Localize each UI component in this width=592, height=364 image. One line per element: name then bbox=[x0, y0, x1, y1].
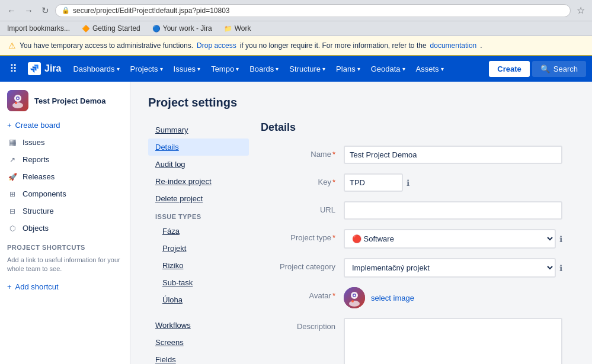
chevron-down-icon: ▾ bbox=[357, 66, 360, 72]
nav-dashboards-label: Dashboards bbox=[73, 65, 114, 73]
back-button[interactable]: ← bbox=[5, 4, 18, 17]
jira-logo-text: Jira bbox=[44, 63, 61, 74]
settings-nav-screens[interactable]: Screens bbox=[148, 334, 249, 351]
nav-structure-label: Structure bbox=[289, 65, 321, 73]
nav-issues[interactable]: Issues ▾ bbox=[169, 61, 206, 77]
sidebar-item-structure[interactable]: ⊟ Structure bbox=[0, 202, 130, 220]
avatar-label: Avatar bbox=[261, 287, 344, 300]
content-area: Project settings Summary Details Audit l… bbox=[130, 82, 592, 364]
nav-dashboards[interactable]: Dashboards ▾ bbox=[68, 61, 124, 77]
apps-button[interactable]: ⠿ bbox=[6, 59, 21, 79]
components-icon: ⊞ bbox=[7, 190, 18, 198]
create-board-button[interactable]: + Create board bbox=[0, 117, 130, 133]
issue-type-projekt[interactable]: Projekt bbox=[148, 240, 249, 257]
plus-icon: + bbox=[7, 121, 12, 130]
url-control bbox=[344, 201, 562, 220]
warning-banner: ⚠ You have temporary access to administr… bbox=[0, 36, 592, 56]
bookmark-your-work[interactable]: 🔵 Your work - Jira bbox=[150, 23, 215, 34]
chevron-down-icon: ▾ bbox=[322, 66, 325, 72]
warning-text-before: You have temporary access to administrat… bbox=[20, 41, 193, 50]
description-area: ⤡ ? bbox=[344, 318, 562, 364]
project-category-label: Project category bbox=[261, 258, 344, 271]
issue-type-faza[interactable]: Fáza bbox=[148, 223, 249, 240]
project-category-select[interactable]: Implementačný projekt None bbox=[344, 258, 556, 278]
sidebar-item-label: Reports bbox=[23, 155, 50, 164]
url-label: URL bbox=[261, 201, 344, 214]
plus-icon: + bbox=[7, 282, 12, 291]
create-button[interactable]: Create bbox=[489, 61, 529, 77]
project-category-info-icon[interactable]: ℹ bbox=[559, 263, 562, 273]
select-image-link[interactable]: select image bbox=[371, 294, 414, 302]
svg-point-5 bbox=[15, 102, 17, 104]
key-label: Key bbox=[261, 173, 344, 186]
name-input[interactable] bbox=[344, 146, 562, 164]
add-shortcut-button[interactable]: + Add shortcut bbox=[0, 279, 130, 295]
project-type-label: Project type bbox=[261, 229, 344, 242]
nav-boards[interactable]: Boards ▾ bbox=[245, 61, 283, 77]
settings-nav-fields[interactable]: Fields bbox=[148, 351, 249, 364]
warning-icon: ⚠ bbox=[8, 41, 16, 50]
key-input-wrap: ℹ bbox=[344, 173, 562, 192]
sidebar-item-issues[interactable]: ▦ Issues bbox=[0, 133, 130, 151]
bookmark-label: Import bookmarks... bbox=[7, 24, 70, 33]
nav-geodata[interactable]: Geodata ▾ bbox=[366, 61, 410, 77]
drop-access-link[interactable]: Drop access bbox=[197, 41, 236, 50]
refresh-button[interactable]: ↻ bbox=[39, 4, 52, 17]
jira-logo[interactable]: Jira bbox=[23, 60, 66, 78]
create-board-label: Create board bbox=[15, 121, 60, 130]
avatar-preview bbox=[344, 287, 365, 308]
settings-nav-details[interactable]: Details bbox=[148, 138, 249, 156]
bookmark-star[interactable]: ☆ bbox=[574, 4, 587, 17]
description-field-row: Description ⤡ ? bbox=[261, 318, 562, 364]
sidebar-item-releases[interactable]: 🚀 Releases bbox=[0, 168, 130, 185]
nav-plans[interactable]: Plans ▾ bbox=[331, 61, 365, 77]
bookmark-getting-started[interactable]: 🔶 Getting Started bbox=[79, 23, 143, 34]
bookmarks-bar: Import bookmarks... 🔶 Getting Started 🔵 … bbox=[0, 21, 592, 36]
url-text: secure/project/EditProject!default.jspa?… bbox=[73, 7, 230, 15]
issue-type-riziko[interactable]: Riziko bbox=[148, 257, 249, 274]
issue-type-subtask[interactable]: Sub-task bbox=[148, 274, 249, 291]
settings-nav-reindex[interactable]: Re-index project bbox=[148, 173, 249, 190]
nav-tempo-label: Tempo bbox=[211, 65, 234, 73]
svg-point-11 bbox=[351, 300, 354, 302]
svg-point-10 bbox=[349, 301, 360, 307]
settings-nav-workflows[interactable]: Workflows bbox=[148, 317, 249, 334]
description-input[interactable] bbox=[345, 319, 561, 364]
key-info-icon[interactable]: ℹ bbox=[407, 178, 409, 188]
nav-structure[interactable]: Structure ▾ bbox=[284, 61, 330, 77]
nav-projects-label: Projects bbox=[130, 65, 158, 73]
nav-geodata-label: Geodata bbox=[371, 65, 401, 73]
url-bar[interactable]: 🔒 secure/project/EditProject!default.jsp… bbox=[55, 4, 571, 17]
page-title: Project settings bbox=[148, 96, 574, 109]
bookmark-work[interactable]: 📁 Work bbox=[222, 23, 254, 34]
sidebar-item-label: Objects bbox=[23, 224, 49, 233]
project-type-info-icon[interactable]: ℹ bbox=[559, 234, 562, 244]
project-type-select[interactable]: 🔴 Software Business Service management bbox=[344, 229, 556, 249]
bookmark-icon: 📁 bbox=[224, 25, 232, 33]
sidebar-project-header: Test Project Demoa bbox=[0, 82, 130, 117]
chevron-down-icon: ▾ bbox=[117, 66, 120, 72]
key-input[interactable] bbox=[344, 173, 403, 192]
documentation-link[interactable]: documentation bbox=[430, 41, 477, 50]
settings-nav-audit-log[interactable]: Audit log bbox=[148, 156, 249, 173]
forward-button[interactable]: → bbox=[22, 4, 36, 17]
bookmark-label: Your work - Jira bbox=[163, 24, 212, 33]
settings-nav-summary[interactable]: Summary bbox=[148, 121, 249, 138]
key-control: ℹ bbox=[344, 173, 562, 192]
lock-icon: 🔒 bbox=[62, 7, 70, 14]
nav-projects[interactable]: Projects ▾ bbox=[126, 61, 168, 77]
sidebar-item-objects[interactable]: ⬡ Objects bbox=[0, 220, 130, 237]
chevron-down-icon: ▾ bbox=[276, 66, 279, 72]
nav-assets[interactable]: Assets ▾ bbox=[411, 61, 449, 77]
bookmark-import[interactable]: Import bookmarks... bbox=[5, 23, 72, 34]
bookmark-label: Work bbox=[235, 24, 251, 33]
nav-tempo[interactable]: Tempo ▾ bbox=[206, 61, 244, 77]
search-button[interactable]: 🔍 Search bbox=[532, 61, 586, 77]
sidebar-item-components[interactable]: ⊞ Components bbox=[0, 185, 130, 202]
sidebar-item-reports[interactable]: ↗ Reports bbox=[0, 151, 130, 168]
issue-type-uloha[interactable]: Úloha bbox=[148, 291, 249, 308]
settings-nav-delete[interactable]: Delete project bbox=[148, 190, 249, 207]
name-label: Name bbox=[261, 146, 344, 159]
url-input[interactable] bbox=[344, 201, 562, 220]
key-field-row: Key ℹ bbox=[261, 173, 562, 192]
